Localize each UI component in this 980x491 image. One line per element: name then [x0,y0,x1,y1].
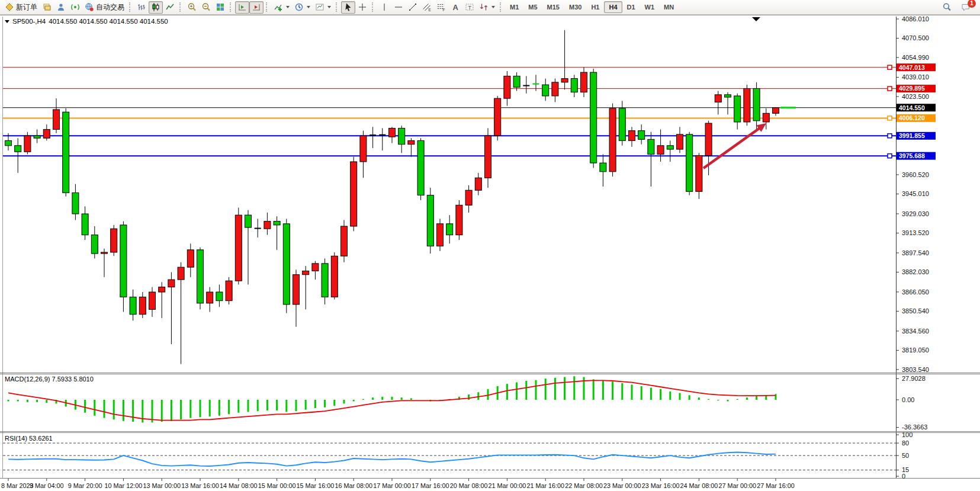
timeframe-D1-button[interactable]: D1 [622,1,640,13]
timeframe-M1-button[interactable]: M1 [505,1,523,13]
new-order-button[interactable]: 新订单 [2,1,40,14]
text-button[interactable]: A [448,1,462,14]
candle-body [590,72,597,163]
crosshair-button[interactable] [355,1,369,14]
vertical-line-icon [380,2,389,12]
svg-text:15 Mar 16:00: 15 Mar 16:00 [297,482,335,489]
trendline-button[interactable] [406,1,420,14]
candle-body [187,250,194,267]
macd-histogram-bar [525,381,527,400]
market-watch-button[interactable] [54,1,68,14]
svg-text:14 Mar 08:00: 14 Mar 08:00 [220,482,258,489]
timeframe-M30-button[interactable]: M30 [564,1,586,13]
macd-histogram-bar [621,383,623,400]
macd-histogram-bar [46,400,47,403]
toolbar-separator [372,2,375,12]
candle-body [235,215,242,281]
svg-text:8 Mar 2023: 8 Mar 2023 [1,482,34,489]
candle-body [763,113,769,122]
candles-chart-button[interactable] [149,1,163,14]
indicators-button[interactable] [271,1,292,14]
chart-canvas[interactable]: 4086.0104070.5004054.9904039.0104023.500… [0,15,980,491]
arrows-button[interactable] [477,1,497,14]
signal-button[interactable] [68,1,82,14]
trendline-icon [408,2,417,12]
svg-text:3929.030: 3929.030 [902,210,929,217]
timeframe-H1-button[interactable]: H1 [586,1,604,13]
candle-body [72,192,79,214]
macd-histogram-bar [669,391,671,400]
candle-body [197,250,204,303]
svg-text:4023.500: 4023.500 [902,93,929,100]
svg-text:17 Mar 00:00: 17 Mar 00:00 [373,482,411,489]
svg-text:27 Mar 16:00: 27 Mar 16:00 [757,482,795,489]
macd-histogram-bar [285,400,287,412]
timeframe-H4-button[interactable]: H4 [604,1,622,13]
zoom-in-button[interactable] [185,1,199,14]
chart-menu-icon[interactable] [5,20,9,23]
candle-body [494,98,501,136]
macd-histogram-bar [631,384,633,400]
cursor-icon [343,2,353,12]
auto-trading-button[interactable]: 自动交易 [82,1,127,14]
macd-histogram-bar [535,380,537,400]
timeframe-M5-button[interactable]: M5 [523,1,542,13]
macd-histogram-bar [650,388,652,400]
svg-text:3991.855: 3991.855 [899,132,925,139]
candle-body [609,108,616,172]
svg-text:3819.050: 3819.050 [902,346,929,354]
fibonacci-button[interactable]: F [434,1,448,14]
macd-histogram-bar [104,400,105,418]
candle-body [43,130,50,139]
candle-body [389,128,396,137]
macd-histogram-bar [545,378,547,400]
line-chart-button[interactable] [163,1,177,14]
svg-text:21 Mar 00:00: 21 Mar 00:00 [489,482,526,489]
candle-body [725,95,731,97]
macd-histogram-bar [477,392,479,400]
periods-button[interactable] [292,1,313,14]
equidistant-channel-button[interactable]: E [420,1,434,14]
cursor-button[interactable] [341,1,355,14]
macd-histogram-bar [468,394,470,400]
candle-body [465,190,472,205]
macd-histogram-bar [737,399,738,400]
svg-text:4014.550: 4014.550 [899,104,925,111]
timeframe-M15-button[interactable]: M15 [542,1,564,13]
candle-body [149,292,156,309]
layers-button[interactable] [40,1,54,14]
candle-body [283,224,290,304]
macd-histogram-bar [641,386,642,400]
timeframe-MN-button[interactable]: MN [659,1,679,13]
macd-histogram-bar [353,400,355,402]
vertical-line-button[interactable] [377,1,391,14]
zoom-out-button[interactable] [199,1,213,14]
macd-histogram-bar [189,400,191,418]
macd-histogram-bar [343,400,345,403]
candle-body [101,252,108,253]
timeframe-W1-button[interactable]: W1 [640,1,660,13]
shift-end-button[interactable] [235,1,249,14]
svg-text:23 Mar 00:00: 23 Mar 00:00 [603,482,641,489]
macd-histogram-bar [84,400,86,413]
level-line-handle [888,86,892,91]
candle-body [226,281,232,301]
toolbar-separator [266,2,269,12]
shift-right-button[interactable] [249,1,264,14]
bars-chart-button[interactable] [134,1,149,14]
notifications-button[interactable]: 1 [959,1,973,14]
candle-body [600,163,606,172]
candle-body [705,123,712,155]
toolbar-separator [336,2,339,12]
text-label-button[interactable]: T [462,1,477,14]
svg-text:17 Mar 16:00: 17 Mar 16:00 [412,482,449,489]
macd-histogram-bar [200,400,201,417]
svg-text:3945.010: 3945.010 [902,190,929,197]
horizontal-line-button[interactable] [391,1,406,14]
search-button[interactable] [940,1,954,14]
macd-histogram-bar [8,400,9,402]
candle-body [207,292,213,303]
candle-body [446,224,453,235]
templates-button[interactable] [313,1,333,14]
tile-windows-button[interactable] [213,1,227,14]
